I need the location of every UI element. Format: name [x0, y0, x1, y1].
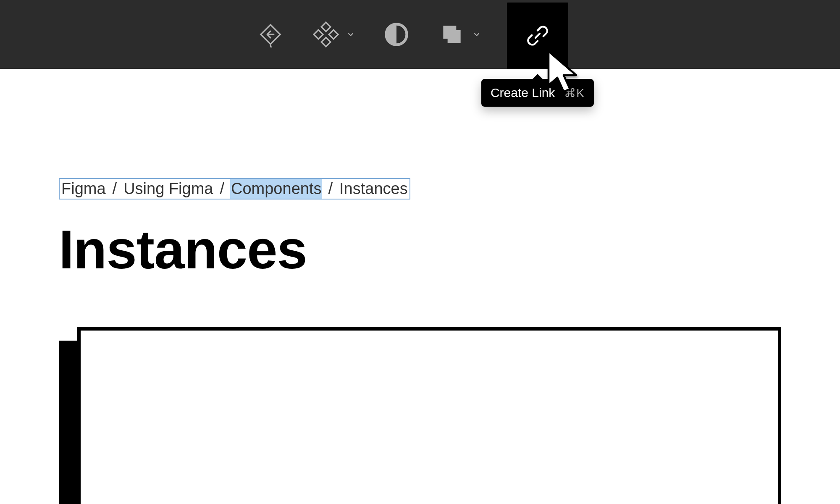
svg-rect-2 [314, 30, 323, 39]
breadcrumb-item-selected[interactable]: Components [230, 179, 322, 199]
breadcrumb-separator: / [214, 180, 230, 198]
chevron-down-icon [472, 30, 481, 39]
link-icon [525, 23, 550, 48]
illustration-box [77, 327, 781, 504]
link-tool-wrap: Create Link ⌘K [507, 0, 568, 69]
breadcrumb-separator: / [107, 180, 123, 198]
svg-rect-3 [329, 30, 338, 39]
chevron-down-icon [346, 30, 355, 39]
reset-overrides-button[interactable] [255, 19, 286, 50]
page-title: Instances [59, 218, 781, 281]
boolean-union-icon [439, 21, 465, 47]
boolean-button[interactable] [436, 19, 467, 50]
svg-rect-0 [321, 22, 331, 32]
breadcrumb-item[interactable]: Using Figma [123, 179, 214, 199]
create-link-button[interactable] [507, 3, 568, 69]
toolbar: Create Link ⌘K [0, 0, 840, 69]
reset-icon [257, 21, 284, 47]
breadcrumb-item[interactable]: Instances [339, 179, 409, 199]
canvas: Figma / Using Figma / Components / Insta… [0, 69, 840, 504]
component-dropdown[interactable] [345, 29, 357, 40]
breadcrumb[interactable]: Figma / Using Figma / Components / Insta… [59, 178, 410, 200]
component-tool-group [310, 19, 357, 50]
component-icon [313, 21, 339, 47]
mask-icon [383, 21, 410, 47]
mask-button[interactable] [381, 19, 412, 50]
component-button[interactable] [310, 19, 341, 50]
boolean-tool-group [436, 19, 483, 50]
illustration [59, 327, 781, 504]
breadcrumb-separator: / [322, 180, 339, 198]
svg-rect-1 [321, 37, 331, 47]
boolean-dropdown[interactable] [471, 29, 483, 40]
breadcrumb-item[interactable]: Figma [60, 179, 107, 199]
